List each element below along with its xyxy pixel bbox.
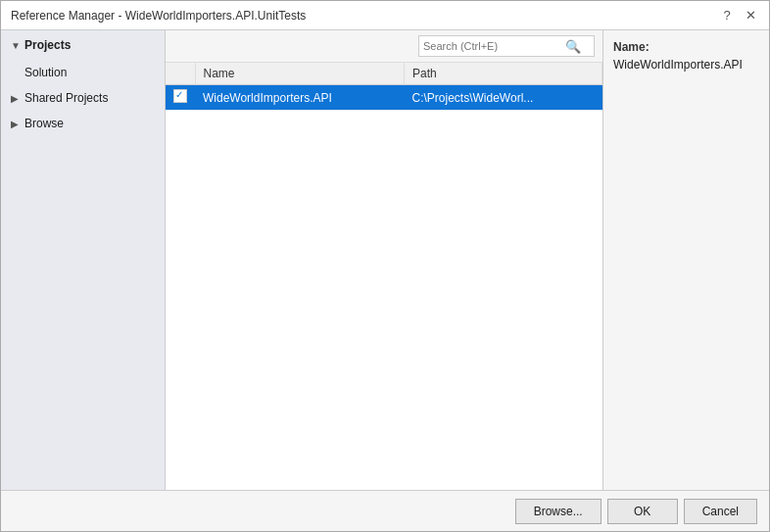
col-name-header: Name [195,63,405,85]
sidebar-item-shared-projects[interactable]: ▶ Shared Projects [1,85,165,111]
table-row[interactable]: WideWorldImporters.APIC:\Projects\WideWo… [166,85,602,111]
sidebar-projects-header[interactable]: ▼ Projects [1,30,165,60]
top-bar: 🔍 [166,30,602,63]
bottom-bar: Browse... OK Cancel [1,490,769,531]
row-path: C:\Projects\WideWorl... [405,85,602,111]
reference-table: Name Path WideWorldImporters.APIC:\Proje… [166,63,602,111]
dialog-title: Reference Manager - WideWorldImporters.A… [11,9,306,23]
content-area: 🔍 Name Path WideWor [166,30,602,490]
content-wrapper: 🔍 Name Path WideWor [166,30,769,490]
shared-projects-label: Shared Projects [24,91,108,105]
sidebar-item-solution[interactable]: Solution [1,60,165,85]
detail-panel: Name: WideWorldImporters.API [602,30,769,490]
shared-projects-expand-icon: ▶ [11,93,21,104]
sidebar-projects-label: Projects [24,38,71,52]
search-input[interactable] [423,40,565,52]
close-button[interactable]: ✕ [742,7,759,24]
main-area: ▼ Projects Solution ▶ Shared Projects ▶ … [1,30,769,490]
title-bar: Reference Manager - WideWorldImporters.A… [1,1,769,30]
row-checkbox[interactable] [166,85,195,111]
table-header-row: Name Path [166,63,602,85]
detail-value: WideWorldImporters.API [613,58,759,72]
title-controls: ? ✕ [718,7,759,24]
reference-manager-dialog: Reference Manager - WideWorldImporters.A… [0,0,770,532]
detail-label: Name: [613,40,759,54]
projects-collapse-icon: ▼ [11,40,21,51]
col-checkbox [166,63,195,85]
ok-button[interactable]: OK [607,499,678,524]
browse-label: Browse [24,117,64,130]
col-path-header: Path [405,63,602,85]
reference-table-container: Name Path WideWorldImporters.APIC:\Proje… [166,63,602,490]
help-button[interactable]: ? [718,7,736,24]
checkbox-checked-icon [173,89,187,103]
browse-button[interactable]: Browse... [515,499,602,524]
search-icon: 🔍 [565,39,581,54]
browse-expand-icon: ▶ [11,119,21,129]
search-box[interactable]: 🔍 [418,35,595,57]
sidebar-item-browse[interactable]: ▶ Browse [1,111,165,136]
row-name: WideWorldImporters.API [195,85,405,111]
sidebar: ▼ Projects Solution ▶ Shared Projects ▶ … [1,30,166,490]
cancel-button[interactable]: Cancel [684,499,757,524]
